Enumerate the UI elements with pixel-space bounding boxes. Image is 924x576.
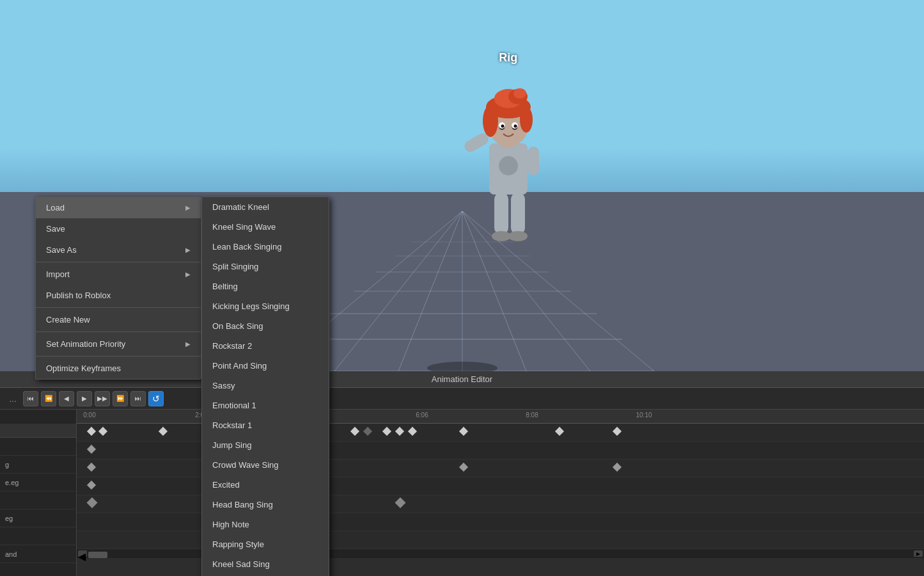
more-options-button[interactable]: ...	[5, 391, 20, 406]
scroll-thumb[interactable]	[88, 552, 107, 558]
menu-separator-1	[36, 262, 201, 262]
track-label-6: and	[0, 545, 76, 563]
next-keyframe-button[interactable]: ⏩	[113, 391, 128, 406]
play-button[interactable]: ▶	[77, 391, 92, 406]
track-label-0	[0, 438, 76, 456]
submenu-load: Dramatic Kneel Kneel Sing Wave Lean Back…	[201, 196, 329, 576]
menu-item-create-new[interactable]: Create New	[36, 309, 201, 330]
track-label-3	[0, 492, 76, 509]
submenu-item-jump-sing[interactable]: Jump Sing	[202, 435, 329, 455]
submenu-item-on-back-sing[interactable]: On Back Sing	[202, 316, 329, 336]
svg-rect-31	[528, 147, 539, 175]
submenu-item-rockstar-1[interactable]: Rockstar 1	[202, 415, 329, 435]
menu-item-load[interactable]: Load ▶	[36, 197, 201, 218]
menu-item-publish[interactable]: Publish to Roblox	[36, 285, 201, 306]
step-forward-button[interactable]: ▶▶	[95, 391, 110, 406]
timeline-area: g e.eg eg and 0:00 2:02 4:04 6:06 8:08 1…	[0, 410, 924, 576]
track-label-4: eg	[0, 509, 76, 527]
skip-start-button[interactable]: ⏮	[23, 391, 38, 406]
menu-separator-3	[36, 332, 201, 332]
load-submenu-arrow: ▶	[185, 204, 191, 211]
svg-rect-36	[503, 138, 513, 147]
rig-label: Rig	[451, 51, 566, 65]
submenu-item-emotional-1[interactable]: Emotional 1	[202, 396, 329, 415]
submenu-item-dramatic-kneel[interactable]: Dramatic Kneel	[202, 197, 329, 217]
menu-item-optimize-keyframes[interactable]: Optimize Keyframes	[36, 358, 201, 379]
menu-item-set-anim-priority-label: Set Animation Priority	[46, 339, 125, 349]
track-labels: g e.eg eg and	[0, 410, 77, 576]
svg-point-28	[501, 125, 504, 128]
track-label-1: g	[0, 456, 76, 474]
submenu-item-kicking-legs-singing[interactable]: Kicking Legs Singing	[202, 296, 329, 316]
svg-point-29	[513, 125, 517, 128]
menu-item-import-label: Import	[46, 269, 70, 279]
menu-separator-4	[36, 356, 201, 356]
track-label-5	[0, 527, 76, 545]
menu-item-set-anim-priority[interactable]: Set Animation Priority ▶	[36, 333, 201, 355]
submenu-item-head-bang-sing[interactable]: Head Bang Sing	[202, 495, 329, 515]
submenu-item-kneel-sing-wave[interactable]: Kneel Sing Wave	[202, 217, 329, 237]
submenu-item-split-singing[interactable]: Split Singing	[202, 257, 329, 276]
submenu-item-excited[interactable]: Excited	[202, 475, 329, 495]
svg-point-35	[508, 231, 528, 241]
scroll-right-button[interactable]: ▶	[914, 550, 923, 557]
menu-item-save[interactable]: Save	[36, 218, 201, 239]
character-container: Rig	[451, 51, 566, 277]
menu-item-load-label: Load	[46, 203, 65, 212]
submenu-item-crowd-wave-sing[interactable]: Crowd Wave Sing	[202, 455, 329, 475]
set-anim-priority-submenu-arrow: ▶	[185, 340, 191, 348]
svg-point-14	[427, 362, 497, 371]
submenu-item-rapping-style[interactable]: Rapping Style	[202, 534, 329, 554]
svg-rect-30	[462, 131, 490, 154]
menu-item-optimize-keyframes-label: Optimize Keyframes	[46, 364, 121, 373]
submenu-item-kneel-sad-sing[interactable]: Kneel Sad Sing	[202, 554, 329, 574]
loop-button[interactable]: ↺	[148, 391, 164, 406]
menu-item-publish-label: Publish to Roblox	[46, 291, 111, 300]
save-as-submenu-arrow: ▶	[185, 246, 191, 253]
skip-end-button[interactable]: ⏭	[130, 391, 146, 406]
submenu-item-belting[interactable]: Belting	[202, 276, 329, 296]
submenu-item-point-and-sing[interactable]: Point And Sing	[202, 356, 329, 376]
scroll-left-button[interactable]: ◀	[78, 550, 87, 557]
menu-separator-2	[36, 307, 201, 308]
svg-point-16	[499, 156, 518, 175]
svg-point-21	[513, 88, 526, 99]
submenu-item-lean-back-singing[interactable]: Lean Back Singing	[202, 237, 329, 257]
character-svg	[451, 70, 566, 275]
menu-item-create-new-label: Create New	[46, 315, 90, 324]
svg-point-23	[520, 107, 533, 132]
menu-item-save-as[interactable]: Save As ▶	[36, 239, 201, 260]
prev-keyframe-button[interactable]: ⏪	[41, 391, 56, 406]
svg-rect-33	[511, 193, 525, 234]
track-label-2: e.eg	[0, 474, 76, 492]
menu-item-import[interactable]: Import ▶	[36, 264, 201, 285]
submenu-item-sassy[interactable]: Sassy	[202, 376, 329, 396]
svg-point-34	[492, 231, 511, 241]
menu-item-save-label: Save	[46, 224, 65, 234]
svg-point-22	[483, 105, 498, 137]
menu-item-save-as-label: Save As	[46, 245, 77, 255]
animation-editor: Animation Editor ... ⏮ ⏪ ◀ ▶ ▶▶ ⏩ ⏭ ↺ g …	[0, 371, 924, 576]
import-submenu-arrow: ▶	[185, 271, 191, 278]
svg-rect-32	[494, 193, 508, 234]
submenu-item-rockstar-2[interactable]: Rockstar 2	[202, 336, 329, 356]
submenu-item-high-note[interactable]: High Note	[202, 515, 329, 534]
context-menu: Load ▶ Save Save As ▶ Import ▶ Publish t…	[35, 196, 201, 380]
animation-toolbar: ... ⏮ ⏪ ◀ ▶ ▶▶ ⏩ ⏭ ↺	[0, 388, 924, 410]
step-back-button[interactable]: ◀	[59, 391, 74, 406]
